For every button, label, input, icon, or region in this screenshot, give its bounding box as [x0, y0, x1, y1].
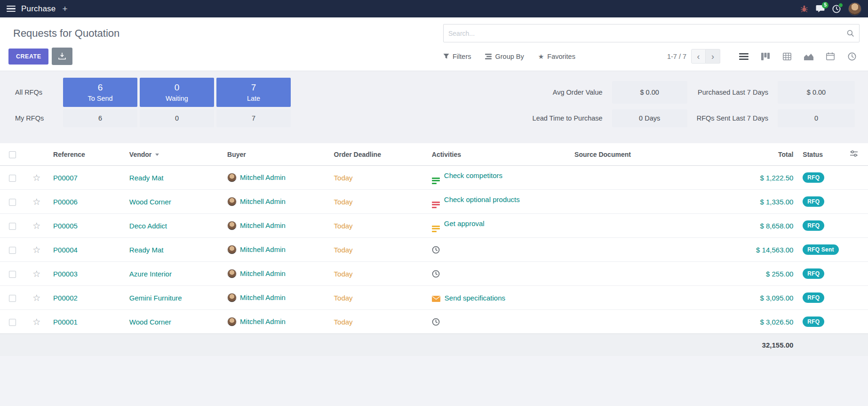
graph-view-icon[interactable] [801, 49, 816, 64]
pivot-view-icon[interactable] [780, 49, 795, 64]
search-box[interactable] [443, 24, 860, 42]
reference-link[interactable]: P00002 [53, 294, 78, 302]
kanban-view-icon[interactable] [758, 49, 773, 64]
column-header-vendor[interactable]: Vendor [125, 143, 223, 166]
calendar-view-icon[interactable] [823, 49, 838, 64]
pager-next-button[interactable]: › [706, 49, 720, 64]
table-row[interactable]: ☆ P00007 Ready Mat Mitchell Admin Today … [0, 166, 868, 190]
messages-icon[interactable]: 5 [816, 5, 825, 13]
row-checkbox[interactable] [9, 199, 16, 206]
buyer-link[interactable]: Mitchell Admin [240, 293, 286, 301]
column-header-order-deadline[interactable]: Order Deadline [329, 143, 427, 166]
favorite-star-icon[interactable]: ☆ [32, 269, 40, 279]
filter-funnel-icon [443, 53, 449, 59]
column-header-activities[interactable]: Activities [427, 143, 570, 166]
activity-list-red-icon[interactable] [432, 202, 440, 208]
table-row[interactable]: ☆ P00001 Wood Corner Mitchell Admin Toda… [0, 310, 868, 334]
table-row[interactable]: ☆ P00006 Wood Corner Mitchell Admin Toda… [0, 190, 868, 214]
buyer-link[interactable]: Mitchell Admin [240, 197, 286, 205]
activity-label[interactable]: Check optional products [444, 195, 520, 203]
favorite-star-icon[interactable]: ☆ [32, 245, 40, 255]
create-button[interactable]: CREATE [8, 49, 48, 65]
rfqs-sent-last-7-days[interactable]: 0 [778, 109, 855, 127]
source-document-cell [570, 190, 722, 214]
row-checkbox[interactable] [9, 175, 16, 182]
column-header-source-document[interactable]: Source Document [570, 143, 722, 166]
favorite-star-icon[interactable]: ☆ [32, 293, 40, 303]
column-header-total[interactable]: Total [722, 143, 798, 166]
search-icon[interactable] [846, 29, 854, 37]
column-header-reference[interactable]: Reference [48, 143, 125, 166]
plus-icon[interactable]: + [62, 4, 67, 13]
column-header-status[interactable]: Status [798, 143, 839, 166]
my-rfqs-waiting[interactable]: 0 [140, 109, 214, 127]
reference-link[interactable]: P00005 [53, 222, 78, 230]
search-input[interactable] [448, 30, 846, 37]
row-checkbox[interactable] [9, 295, 16, 302]
export-button[interactable] [52, 48, 72, 65]
activity-label[interactable]: Send specifications [445, 294, 505, 302]
group-by-button[interactable]: Group By [485, 53, 524, 60]
filters-button[interactable]: Filters [443, 53, 471, 60]
table-row[interactable]: ☆ P00002 Gemini Furniture Mitchell Admin… [0, 286, 868, 310]
buyer-link[interactable]: Mitchell Admin [240, 317, 286, 325]
table-row[interactable]: ☆ P00005 Deco Addict Mitchell Admin Toda… [0, 214, 868, 238]
column-header-buyer[interactable]: Buyer [223, 143, 329, 166]
lead-time-to-purchase[interactable]: 0 Days [612, 109, 687, 127]
buyer-avatar [227, 293, 237, 302]
buyer-link[interactable]: Mitchell Admin [240, 245, 286, 253]
favorites-button[interactable]: ★ Favorites [538, 53, 575, 60]
activity-list-green-icon[interactable] [432, 178, 440, 184]
buyer-link[interactable]: Mitchell Admin [240, 173, 286, 181]
favorite-star-icon[interactable]: ☆ [32, 221, 40, 231]
vendor-link[interactable]: Gemini Furniture [129, 294, 182, 302]
vendor-link[interactable]: Azure Interior [129, 270, 172, 278]
row-checkbox[interactable] [9, 271, 16, 278]
my-rfqs-to-send[interactable]: 6 [63, 109, 137, 127]
row-checkbox[interactable] [9, 247, 16, 254]
buyer-link[interactable]: Mitchell Admin [240, 269, 286, 277]
reference-link[interactable]: P00007 [53, 174, 78, 182]
app-name[interactable]: Purchase [21, 4, 56, 14]
debug-bug-icon[interactable] [800, 5, 808, 13]
activity-label[interactable]: Check competitors [444, 171, 502, 179]
clock-icon[interactable] [432, 246, 440, 254]
vendor-link[interactable]: Wood Corner [129, 318, 171, 326]
favorite-star-icon[interactable]: ☆ [32, 173, 40, 183]
apps-menu-icon[interactable] [7, 6, 16, 12]
buyer-link[interactable]: Mitchell Admin [240, 221, 286, 229]
favorite-star-icon[interactable]: ☆ [32, 197, 40, 207]
table-row[interactable]: ☆ P00004 Ready Mat Mitchell Admin Today … [0, 238, 868, 262]
list-view-icon[interactable] [736, 49, 751, 64]
vendor-link[interactable]: Ready Mat [129, 246, 164, 254]
activity-label[interactable]: Get approval [444, 219, 485, 227]
pager-previous-button[interactable]: ‹ [691, 49, 706, 64]
favorite-star-icon[interactable]: ☆ [32, 317, 40, 327]
user-avatar[interactable] [848, 2, 861, 16]
dashboard-card-to-send[interactable]: 6 To Send [63, 78, 137, 107]
vendor-link[interactable]: Ready Mat [129, 174, 164, 182]
vendor-link[interactable]: Wood Corner [129, 198, 171, 206]
activity-view-icon[interactable] [844, 49, 860, 64]
avg-order-value[interactable]: $ 0.00 [612, 81, 687, 104]
total-amount: $ 1,222.50 [760, 174, 793, 182]
row-checkbox[interactable] [9, 319, 16, 326]
dashboard-card-late[interactable]: 7 Late [216, 78, 291, 107]
my-rfqs-late[interactable]: 7 [216, 109, 291, 127]
activity-list-yellow-icon[interactable] [432, 226, 440, 232]
reference-link[interactable]: P00003 [53, 270, 78, 278]
mail-icon[interactable] [432, 296, 440, 302]
optional-columns-icon[interactable] [850, 150, 858, 157]
clock-icon[interactable] [432, 318, 440, 326]
activities-icon[interactable] [832, 5, 841, 13]
table-row[interactable]: ☆ P00003 Azure Interior Mitchell Admin T… [0, 262, 868, 286]
reference-link[interactable]: P00006 [53, 198, 78, 206]
row-checkbox[interactable] [9, 223, 16, 230]
reference-link[interactable]: P00001 [53, 318, 78, 326]
select-all-checkbox[interactable] [9, 151, 16, 158]
reference-link[interactable]: P00004 [53, 246, 78, 254]
dashboard-card-waiting[interactable]: 0 Waiting [140, 78, 214, 107]
clock-icon[interactable] [432, 270, 440, 278]
vendor-link[interactable]: Deco Addict [129, 222, 167, 230]
purchased-last-7-days[interactable]: $ 0.00 [778, 81, 855, 104]
